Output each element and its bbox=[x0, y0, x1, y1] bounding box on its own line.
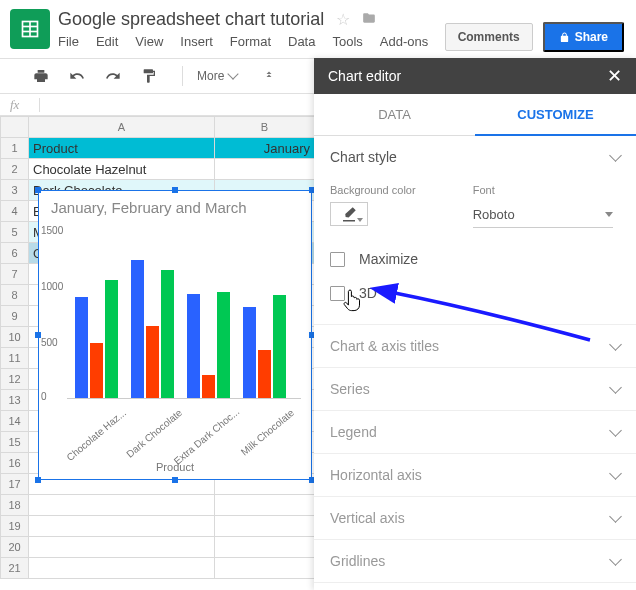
ytick: 1000 bbox=[41, 281, 63, 292]
checkbox-icon[interactable] bbox=[330, 252, 345, 267]
rowhdr[interactable]: 21 bbox=[1, 558, 29, 579]
panel-tabs: DATA CUSTOMIZE bbox=[314, 94, 636, 136]
3d-checkbox-row[interactable]: 3D bbox=[330, 276, 620, 310]
ytick: 500 bbox=[41, 337, 58, 348]
chart-plot bbox=[67, 229, 301, 399]
header-buttons: Comments Share bbox=[445, 22, 624, 52]
comments-button[interactable]: Comments bbox=[445, 23, 533, 51]
undo-icon[interactable] bbox=[66, 65, 88, 87]
chart-title: January, February and March bbox=[39, 191, 311, 216]
font-select[interactable]: Roboto bbox=[473, 202, 613, 228]
cell[interactable] bbox=[29, 495, 215, 516]
app-header: Google spreadsheet chart tutorial ☆ File… bbox=[0, 0, 636, 58]
cell[interactable] bbox=[215, 537, 315, 558]
rowhdr[interactable]: 9 bbox=[1, 306, 29, 327]
cell[interactable]: Product bbox=[29, 138, 215, 159]
cell[interactable] bbox=[29, 558, 215, 579]
corner-cell[interactable] bbox=[1, 117, 29, 138]
star-icon[interactable]: ☆ bbox=[336, 11, 350, 28]
close-icon[interactable]: ✕ bbox=[607, 65, 622, 87]
rowhdr[interactable]: 14 bbox=[1, 411, 29, 432]
chart-bar bbox=[187, 294, 200, 399]
rowhdr[interactable]: 18 bbox=[1, 495, 29, 516]
print-icon[interactable] bbox=[30, 65, 52, 87]
section-horizontal-axis[interactable]: Horizontal axis bbox=[314, 454, 636, 496]
rowhdr[interactable]: 7 bbox=[1, 264, 29, 285]
cell[interactable] bbox=[215, 159, 315, 180]
rowhdr[interactable]: 3 bbox=[1, 180, 29, 201]
section-vertical-axis[interactable]: Vertical axis bbox=[314, 497, 636, 539]
chevron-down-icon bbox=[609, 424, 622, 437]
ytick: 0 bbox=[41, 391, 47, 402]
rowhdr[interactable]: 20 bbox=[1, 537, 29, 558]
rowhdr[interactable]: 15 bbox=[1, 432, 29, 453]
menu-tools[interactable]: Tools bbox=[332, 34, 362, 49]
section-label: Chart style bbox=[330, 149, 397, 165]
ytick: 1500 bbox=[41, 225, 63, 236]
embedded-chart[interactable]: January, February and March 1500 1000 50… bbox=[38, 190, 312, 480]
collapse-toolbar-icon[interactable] bbox=[263, 69, 275, 84]
colhdr-A[interactable]: A bbox=[29, 117, 215, 138]
section-series[interactable]: Series bbox=[314, 368, 636, 410]
rowhdr[interactable]: 12 bbox=[1, 369, 29, 390]
checkbox-icon[interactable] bbox=[330, 286, 345, 301]
cell[interactable] bbox=[29, 516, 215, 537]
cell[interactable] bbox=[29, 537, 215, 558]
maximize-checkbox-row[interactable]: Maximize bbox=[330, 242, 620, 276]
chart-editor-panel: Chart editor ✕ DATA CUSTOMIZE Chart styl… bbox=[314, 58, 636, 590]
tab-customize[interactable]: CUSTOMIZE bbox=[475, 94, 636, 136]
folder-icon[interactable] bbox=[361, 11, 377, 28]
section-label: Legend bbox=[330, 424, 377, 440]
rowhdr[interactable]: 5 bbox=[1, 222, 29, 243]
resize-handle[interactable] bbox=[35, 477, 41, 483]
rowhdr[interactable]: 17 bbox=[1, 474, 29, 495]
rowhdr[interactable]: 2 bbox=[1, 159, 29, 180]
fx-label: fx bbox=[0, 97, 19, 113]
more-label: More bbox=[197, 69, 224, 83]
rowhdr[interactable]: 16 bbox=[1, 453, 29, 474]
bgcolor-picker[interactable] bbox=[330, 202, 368, 226]
menu-view[interactable]: View bbox=[135, 34, 163, 49]
cell[interactable]: January bbox=[215, 138, 315, 159]
section-axis-titles[interactable]: Chart & axis titles bbox=[314, 325, 636, 367]
menubar: FileEditViewInsertFormatDataToolsAdd-ons bbox=[58, 30, 428, 49]
rowhdr[interactable]: 11 bbox=[1, 348, 29, 369]
rowhdr[interactable]: 6 bbox=[1, 243, 29, 264]
redo-icon[interactable] bbox=[102, 65, 124, 87]
cell[interactable] bbox=[215, 516, 315, 537]
cell[interactable] bbox=[215, 495, 315, 516]
section-label: Vertical axis bbox=[330, 510, 405, 526]
resize-handle[interactable] bbox=[172, 477, 178, 483]
section-label: Horizontal axis bbox=[330, 467, 422, 483]
share-button[interactable]: Share bbox=[543, 22, 624, 52]
rowhdr[interactable]: 8 bbox=[1, 285, 29, 306]
paint-icon[interactable] bbox=[138, 65, 160, 87]
chart-bar bbox=[202, 375, 215, 399]
menu-add-ons[interactable]: Add-ons bbox=[380, 34, 428, 49]
menu-format[interactable]: Format bbox=[230, 34, 271, 49]
menu-insert[interactable]: Insert bbox=[180, 34, 213, 49]
menu-file[interactable]: File bbox=[58, 34, 79, 49]
resize-handle[interactable] bbox=[35, 187, 41, 193]
dropdown-arrow-icon bbox=[357, 218, 363, 222]
cell[interactable]: Chocolate Hazelnut bbox=[29, 159, 215, 180]
rowhdr[interactable]: 19 bbox=[1, 516, 29, 537]
resize-handle[interactable] bbox=[172, 187, 178, 193]
rowhdr[interactable]: 4 bbox=[1, 201, 29, 222]
section-legend[interactable]: Legend bbox=[314, 411, 636, 453]
rowhdr[interactable]: 10 bbox=[1, 327, 29, 348]
more-button[interactable]: More bbox=[197, 69, 237, 83]
section-gridlines[interactable]: Gridlines bbox=[314, 540, 636, 582]
tab-data[interactable]: DATA bbox=[314, 94, 475, 136]
section-chart-style: Chart style Background color Font Roboto bbox=[314, 136, 636, 325]
chart-category-labels: Chocolate Haz...Dark ChocolateExtra Dark… bbox=[85, 407, 325, 467]
cell[interactable] bbox=[215, 558, 315, 579]
menu-edit[interactable]: Edit bbox=[96, 34, 118, 49]
menu-data[interactable]: Data bbox=[288, 34, 315, 49]
doc-title[interactable]: Google spreadsheet chart tutorial bbox=[58, 5, 324, 29]
sheets-logo[interactable] bbox=[10, 9, 50, 49]
rowhdr[interactable]: 13 bbox=[1, 390, 29, 411]
rowhdr[interactable]: 1 bbox=[1, 138, 29, 159]
colhdr-B[interactable]: B bbox=[215, 117, 315, 138]
section-header-chart-style[interactable]: Chart style bbox=[314, 136, 636, 178]
